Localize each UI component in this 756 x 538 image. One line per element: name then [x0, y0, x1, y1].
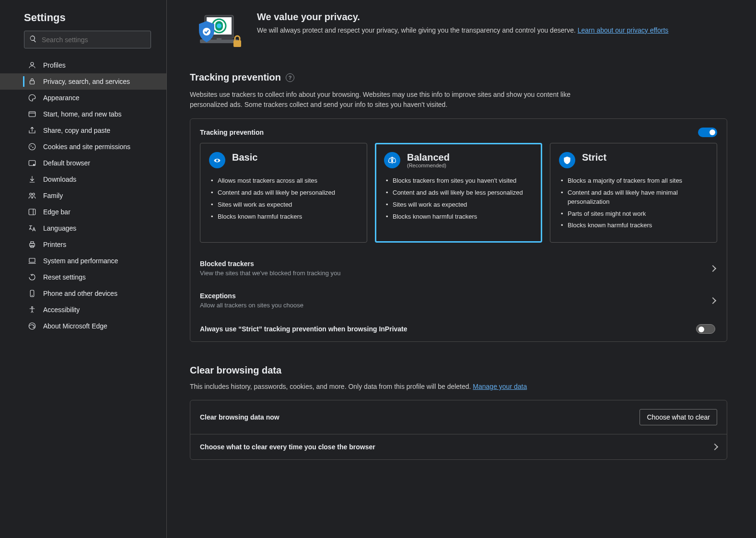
privacy-hero: We value your privacy. We will always pr…	[190, 12, 727, 55]
nav-label: Default browser	[43, 159, 90, 167]
svg-rect-22	[217, 38, 221, 41]
nav-share[interactable]: Share, copy and paste	[0, 122, 166, 139]
opt-bullet: Content and ads will likely be personali…	[209, 187, 358, 199]
tracking-option-balanced[interactable]: Balanced(Recommended) Blocks trackers fr…	[375, 143, 542, 243]
clear-desc: This includes history, passwords, cookie…	[190, 383, 727, 390]
opt-bullet: Parts of sites might not work	[559, 208, 708, 220]
exceptions-row[interactable]: Exceptions Allow all trackers on sites y…	[190, 284, 727, 316]
nav-label: Privacy, search, and services	[43, 78, 130, 85]
edge-icon	[28, 322, 36, 330]
family-icon	[28, 191, 36, 200]
svg-point-8	[30, 193, 32, 196]
hero-title: We value your privacy.	[257, 12, 668, 23]
row-title: Always use “Strict” tracking prevention …	[200, 325, 407, 333]
nav-downloads[interactable]: Downloads	[0, 171, 166, 187]
clear-card: Clear browsing data now Choose what to c…	[190, 400, 727, 460]
blocked-trackers-row[interactable]: Blocked trackers View the sites that we'…	[190, 252, 727, 284]
nav-default-browser[interactable]: Default browser	[0, 155, 166, 171]
share-icon	[28, 126, 36, 135]
nav-accessibility[interactable]: Accessibility	[0, 302, 166, 318]
nav-cookies[interactable]: Cookies and site permissions	[0, 139, 166, 155]
nav-label: Start, home, and new tabs	[43, 110, 121, 118]
lock-icon	[28, 77, 36, 86]
tracking-section-title: Tracking prevention ?	[190, 72, 727, 83]
nav-appearance[interactable]: Appearance	[0, 90, 166, 106]
tracking-option-basic[interactable]: Basic Allows most trackers across all si…	[200, 143, 367, 243]
opt-bullet: Blocks known harmful trackers	[559, 220, 708, 232]
nav-languages[interactable]: Languages	[0, 220, 166, 236]
strict-inprivate-toggle[interactable]	[696, 324, 715, 334]
nav-label: Cookies and site permissions	[43, 143, 130, 151]
nav-about[interactable]: About Microsoft Edge	[0, 318, 166, 334]
row-title: Blocked trackers	[200, 260, 340, 268]
opt-bullet: Blocks trackers from sites you haven't v…	[384, 175, 533, 187]
nav-label: Printers	[43, 241, 66, 248]
privacy-hero-icon	[190, 12, 244, 55]
tracking-toggle[interactable]	[698, 128, 717, 137]
nav-edge-bar[interactable]: Edge bar	[0, 204, 166, 220]
opt-bullet: Content and ads will likely have minimal…	[559, 187, 708, 208]
opt-bullet: Sites will work as expected	[384, 199, 533, 211]
chevron-right-icon	[711, 444, 718, 450]
opt-title: Basic	[232, 152, 257, 163]
svg-rect-14	[29, 258, 35, 262]
clear-on-close-row[interactable]: Choose what to clear every time you clos…	[190, 434, 727, 459]
opt-bullet: Sites will work as expected	[209, 199, 358, 211]
nav-system[interactable]: System and performance	[0, 253, 166, 269]
info-icon[interactable]: ?	[286, 73, 294, 82]
manage-data-link[interactable]: Manage your data	[473, 383, 527, 390]
row-sub: View the sites that we've blocked from t…	[200, 269, 340, 277]
reset-icon	[28, 273, 36, 281]
opt-sub: (Recommended)	[407, 163, 450, 168]
privacy-efforts-link[interactable]: Learn about our privacy efforts	[578, 26, 669, 34]
nav-start[interactable]: Start, home, and new tabs	[0, 106, 166, 122]
svg-rect-1	[30, 81, 35, 84]
search-settings-input-wrap[interactable]	[24, 31, 151, 48]
nav-phone[interactable]: Phone and other devices	[0, 285, 166, 302]
sidebar-icon	[28, 208, 36, 216]
cookie-icon	[28, 142, 36, 151]
tracking-option-strict[interactable]: Strict Blocks a majority of trackers fro…	[550, 143, 717, 243]
nav-label: Accessibility	[43, 306, 80, 314]
main-content: We value your privacy. We will always pr…	[167, 0, 756, 538]
svg-point-0	[31, 62, 34, 65]
strict-inprivate-row: Always use “Strict” tracking prevention …	[190, 316, 727, 341]
nav-label: About Microsoft Edge	[43, 322, 107, 330]
svg-rect-26	[233, 40, 241, 47]
row-sub: Allow all trackers on sites you choose	[200, 302, 303, 309]
svg-point-24	[217, 23, 221, 28]
nav-label: Family	[43, 192, 63, 199]
svg-rect-11	[30, 244, 35, 246]
profile-icon	[28, 61, 36, 70]
svg-point-17	[32, 306, 33, 308]
opt-bullet: Content and ads will likely be less pers…	[384, 187, 533, 199]
palette-icon	[28, 94, 36, 102]
nav-family[interactable]: Family	[0, 187, 166, 204]
svg-point-27	[216, 159, 219, 162]
nav-label: Downloads	[43, 175, 76, 183]
tracking-card-title: Tracking prevention	[200, 129, 264, 136]
accessibility-icon	[28, 305, 36, 314]
svg-point-9	[33, 193, 35, 196]
opt-title: Balanced	[407, 152, 450, 163]
tracking-card: Tracking prevention Basic Allows most tr…	[190, 118, 727, 342]
chevron-right-icon	[709, 297, 716, 304]
choose-what-to-clear-button[interactable]: Choose what to clear	[640, 409, 717, 425]
search-settings-input[interactable]	[42, 36, 146, 44]
opt-title: Strict	[582, 152, 606, 163]
nav-label: Languages	[43, 224, 76, 232]
nav-label: Reset settings	[43, 273, 86, 281]
chevron-right-icon	[709, 265, 716, 272]
settings-nav: Profiles Privacy, search, and services A…	[0, 55, 166, 334]
hero-desc: We will always protect and respect your …	[257, 25, 668, 35]
svg-point-16	[32, 295, 33, 296]
nav-reset[interactable]: Reset settings	[0, 269, 166, 285]
nav-privacy[interactable]: Privacy, search, and services	[0, 73, 166, 90]
row-title: Choose what to clear every time you clos…	[200, 443, 375, 451]
nav-printers[interactable]: Printers	[0, 236, 166, 253]
svg-point-7	[33, 164, 35, 165]
svg-point-4	[31, 146, 32, 147]
language-icon	[28, 224, 36, 233]
phone-icon	[28, 289, 36, 298]
nav-profiles[interactable]: Profiles	[0, 57, 166, 73]
